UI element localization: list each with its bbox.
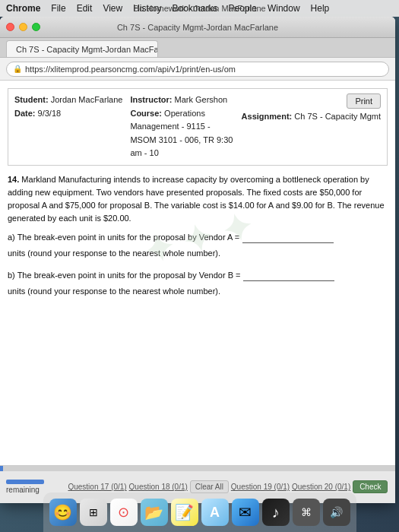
active-tab[interactable]: Ch 7S - Capacity Mgmt-Jordan MacFarlane: [6, 40, 158, 57]
part-a-blank[interactable]: [242, 233, 334, 243]
question-text: Markland Manufacturing intends to increa…: [8, 175, 385, 223]
wifi-dock-icon[interactable]: ⌘: [293, 499, 320, 526]
tab-bar: Ch 7S - Capacity Mgmt-Jordan MacFarlane: [0, 38, 395, 58]
remaining-bar: [6, 480, 44, 484]
menu-help[interactable]: Help: [311, 3, 330, 14]
wifi-icon: ⌘: [301, 506, 312, 518]
maximize-button[interactable]: [32, 23, 40, 31]
assignment-label: Assignment:: [242, 112, 295, 121]
minimize-button[interactable]: [19, 23, 27, 31]
question-19-link[interactable]: Question 19 (0/1): [231, 483, 290, 491]
volume-icon: 🔊: [330, 506, 343, 518]
bottom-nav: Question 17 (0/1) Question 18 (0/1) Clea…: [67, 480, 389, 493]
browser-window: Ch 7S - Capacity Mgmt-Jordan MacFarlane …: [0, 17, 395, 503]
menu-window[interactable]: Window: [268, 3, 300, 14]
part-b-label: b) The break-even point in units for the…: [8, 269, 240, 282]
menu-edit[interactable]: Edit: [77, 3, 93, 14]
menu-file[interactable]: File: [51, 3, 65, 14]
progress-container: [0, 466, 395, 471]
mail-dock-icon[interactable]: ✉: [232, 499, 259, 526]
part-a-suffix: units (round your response to the neares…: [8, 247, 220, 260]
header-info-box: Student: Jordan MacFarlane Date: 9/3/18 …: [8, 88, 388, 166]
notes-dock-icon[interactable]: 📝: [171, 499, 198, 526]
url-bar: 🔒 https://xlitemprod.pearsoncmg.com/api/…: [0, 58, 395, 81]
question-17-link[interactable]: Question 17 (0/1): [68, 483, 126, 491]
window-title: Ch 7S - Capacity Mgmt-Jordan MacFarlane: [117, 23, 278, 32]
header-center: Instructor: Mark Gershon Course: Operati…: [122, 93, 241, 160]
instructor-name: Mark Gershon: [175, 95, 228, 104]
close-button[interactable]: [6, 23, 14, 31]
address-bar[interactable]: 🔒 https://xlitemprod.pearsoncmg.com/api/…: [6, 62, 389, 77]
files-icon: 📂: [144, 503, 163, 521]
files-dock-icon[interactable]: 📂: [141, 499, 168, 526]
menu-bar-center-title: Do Homework - Jordan MacFarlane: [133, 4, 265, 13]
page-content: Student: Jordan MacFarlane Date: 9/3/18 …: [0, 81, 395, 465]
dock: 😊 ⊞ ⊙ 📂 📝 A ✉ ♪ ⌘ 🔊: [43, 492, 356, 532]
chrome-icon: ⊙: [118, 504, 129, 521]
part-b-suffix: units (round your response to the neares…: [8, 285, 220, 298]
course-label: Course:: [130, 109, 164, 118]
finder-icon: 😊: [53, 503, 72, 521]
print-button[interactable]: Print: [347, 93, 381, 109]
secure-icon: 🔒: [13, 65, 22, 73]
desktop: Chrome File Edit View History Bookmarks …: [0, 0, 399, 532]
mail-icon: ✉: [239, 503, 252, 521]
instructor-line: Instructor: Mark Gershon: [130, 93, 233, 107]
launchpad-dock-icon[interactable]: ⊞: [80, 499, 107, 526]
check-button[interactable]: Check: [353, 480, 388, 493]
menu-view[interactable]: View: [103, 3, 122, 14]
part-a-line: a) The break-even point in units for the…: [8, 231, 388, 260]
part-a-label: a) The break-even point in units for the…: [8, 231, 239, 244]
course-line: Course: Operations Management - 9115 - M…: [130, 107, 233, 160]
clear-all-button[interactable]: Clear All: [190, 480, 229, 493]
assignment-value: Ch 7S - Capacity Mgmt: [294, 112, 381, 121]
question-number: 14.: [8, 175, 19, 184]
instructor-label: Instructor:: [130, 95, 174, 104]
app-name[interactable]: Chrome: [6, 3, 40, 14]
launchpad-icon: ⊞: [89, 506, 98, 518]
notes-icon: 📝: [175, 503, 194, 521]
finder-dock-icon[interactable]: 😊: [49, 499, 77, 526]
student-name: Jordan MacFarlane: [51, 95, 123, 104]
music-dock-icon[interactable]: ♪: [262, 499, 290, 526]
appstore-icon: A: [210, 505, 220, 521]
question-14-block: 14. Markland Manufacturing intends to in…: [8, 173, 388, 298]
header-right: Print Assignment: Ch 7S - Capacity Mgmt: [242, 93, 381, 121]
question-18-link[interactable]: Question 18 (0/1): [129, 483, 188, 491]
url-text: https://xlitemprod.pearsoncmg.com/api/v1…: [25, 65, 236, 74]
student-label: Student:: [14, 95, 51, 104]
date-line: Date: 9/3/18: [14, 107, 122, 121]
tab-label: Ch 7S - Capacity Mgmt-Jordan MacFarlane: [16, 45, 158, 54]
part-b-line: b) The break-even point in units for the…: [8, 269, 388, 298]
menu-bar: Chrome File Edit View History Bookmarks …: [0, 0, 399, 17]
title-bar: Ch 7S - Capacity Mgmt-Jordan MacFarlane: [0, 17, 395, 38]
part-b-blank[interactable]: [243, 271, 334, 281]
volume-dock-icon[interactable]: 🔊: [323, 499, 350, 526]
appstore-dock-icon[interactable]: A: [201, 499, 229, 526]
assignment-line: Assignment: Ch 7S - Capacity Mgmt: [242, 112, 381, 121]
header-left: Student: Jordan MacFarlane Date: 9/3/18: [14, 93, 122, 120]
progress-bar: [0, 466, 3, 471]
chrome-dock-icon[interactable]: ⊙: [110, 499, 138, 526]
question-20-link[interactable]: Question 20 (0/1): [292, 483, 350, 491]
date-label: Date:: [14, 109, 38, 118]
student-name-line: Student: Jordan MacFarlane: [14, 93, 122, 107]
date-value: 9/3/18: [38, 109, 62, 118]
music-icon: ♪: [272, 504, 280, 521]
